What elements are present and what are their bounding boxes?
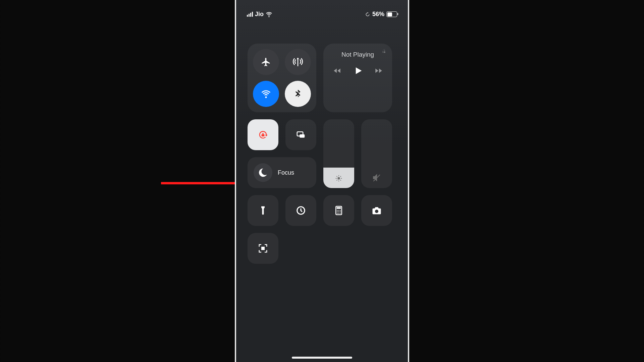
svg-point-6 [337, 210, 338, 211]
brightness-slider[interactable] [323, 119, 354, 188]
screen-mirroring-button[interactable] [285, 119, 316, 150]
orientation-lock-icon [258, 130, 268, 140]
airplane-icon [261, 57, 271, 67]
moon-icon [258, 168, 268, 178]
volume-slider[interactable] [361, 119, 392, 188]
home-indicator[interactable] [292, 357, 352, 359]
timer-icon [296, 205, 306, 216]
svg-point-13 [338, 213, 339, 214]
svg-rect-18 [262, 249, 263, 249]
bluetooth-icon [293, 89, 303, 99]
connectivity-group[interactable] [248, 44, 316, 112]
focus-button[interactable]: Focus [248, 157, 316, 188]
svg-point-12 [337, 213, 338, 214]
svg-point-9 [337, 212, 338, 213]
camera-icon [372, 205, 382, 216]
svg-point-8 [340, 210, 341, 211]
annotation-arrow [161, 182, 241, 184]
airplane-mode-toggle[interactable] [253, 49, 279, 75]
now-playing-tile[interactable]: Not Playing [323, 44, 392, 112]
svg-point-7 [338, 210, 339, 211]
calculator-button[interactable] [323, 195, 354, 226]
wifi-toggle[interactable] [253, 81, 279, 107]
forward-button[interactable] [374, 66, 383, 76]
play-button[interactable] [353, 66, 363, 77]
calculator-icon [334, 205, 344, 216]
svg-rect-17 [263, 248, 264, 248]
stage: Jio 56% [0, 0, 644, 362]
wifi-icon [261, 89, 271, 99]
svg-point-10 [338, 212, 339, 213]
rewind-button[interactable] [333, 66, 341, 76]
timer-button[interactable] [285, 195, 316, 226]
flashlight-button[interactable] [248, 195, 278, 226]
focus-label: Focus [278, 169, 294, 176]
svg-rect-16 [262, 248, 263, 248]
qr-scanner-button[interactable] [248, 233, 278, 264]
control-center-grid: Not Playing [248, 44, 396, 271]
control-center-screen: Jio 56% [236, 0, 408, 362]
orientation-lock-toggle[interactable] [248, 119, 278, 150]
svg-point-14 [340, 213, 341, 214]
wifi-icon [266, 11, 272, 18]
airplay-icon [381, 48, 387, 56]
battery-icon [386, 11, 397, 17]
phone-frame: Jio 56% [235, 0, 409, 362]
orientation-lock-status-icon [365, 12, 370, 17]
flashlight-icon [258, 205, 268, 216]
svg-rect-5 [337, 207, 341, 209]
battery-percent: 56% [372, 11, 384, 18]
status-bar: Jio 56% [236, 11, 408, 18]
camera-button[interactable] [361, 195, 392, 226]
bluetooth-toggle[interactable] [285, 81, 311, 107]
cellular-signal-icon [247, 12, 253, 17]
focus-icon-wrap [254, 163, 272, 182]
svg-point-11 [340, 212, 341, 213]
screen-mirroring-icon [296, 130, 306, 140]
carrier-label: Jio [255, 11, 264, 18]
svg-point-2 [337, 177, 340, 179]
svg-rect-19 [263, 249, 264, 249]
antenna-icon [293, 57, 303, 67]
svg-rect-1 [300, 134, 305, 138]
cellular-data-toggle[interactable] [285, 49, 311, 75]
volume-muted-icon [372, 173, 381, 182]
qr-code-icon [258, 243, 268, 253]
brightness-icon [335, 175, 342, 182]
now-playing-title: Not Playing [341, 51, 374, 58]
